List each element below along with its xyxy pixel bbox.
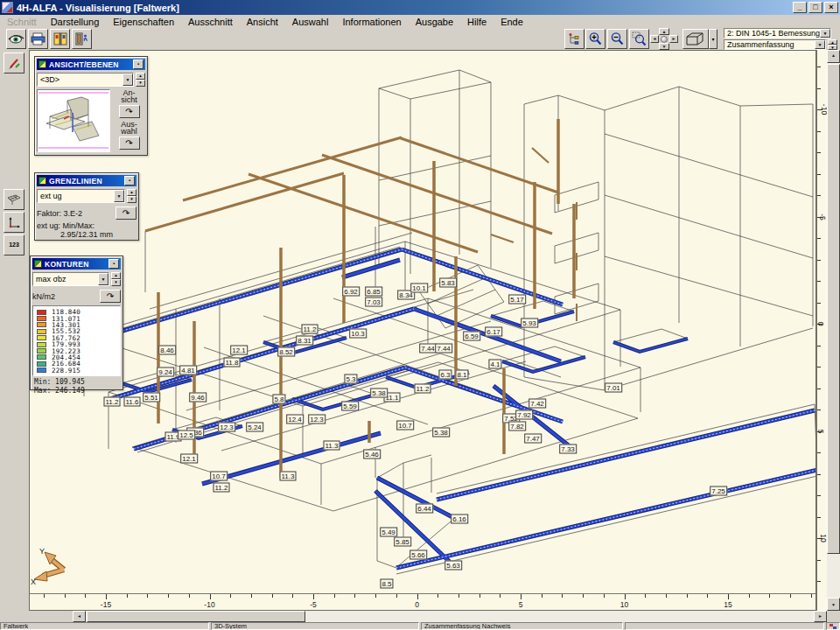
scroll-right-button[interactable]: ► (814, 611, 827, 622)
scroll-left-button[interactable]: ◄ (73, 611, 86, 622)
ruler-tick (313, 594, 314, 599)
combo-arrow-icon[interactable]: ▼ (815, 40, 825, 49)
print-button[interactable] (28, 29, 48, 49)
catalog-button[interactable] (50, 29, 70, 49)
preview-render (38, 90, 109, 151)
spin-down-button[interactable]: ▼ (136, 80, 145, 87)
value-label: 5.24 (246, 423, 263, 432)
grenzlinien-combobox[interactable]: ext ug ▼ (37, 189, 125, 203)
faktor-apply-button[interactable]: ↷ (116, 206, 136, 220)
numbers-display-button[interactable]: 123 (4, 234, 24, 256)
spin-up-button[interactable]: ▲ (136, 73, 145, 80)
result-combobox[interactable]: Zusammenfassung ▼ (724, 39, 826, 50)
value-label: 7.01 (605, 383, 622, 393)
view-combobox[interactable]: <3D> ▼ (37, 73, 134, 87)
spin-down-button[interactable]: ▼ (127, 196, 136, 203)
value-label: 7.33 (559, 444, 577, 454)
h-ruler-label: -15 (101, 600, 111, 609)
value-label: 6.3 (438, 370, 452, 380)
menu-ausschnitt[interactable]: Ausschnitt (181, 17, 240, 27)
menu-darstellung[interactable]: Darstellung (44, 17, 107, 27)
pan-right-button[interactable]: ► (669, 35, 678, 43)
combo-arrow-icon[interactable]: ▼ (122, 74, 133, 86)
minimize-button[interactable]: _ (793, 2, 807, 13)
panel-konturen-titlebar[interactable]: KONTUREN ▪ (32, 258, 121, 270)
auswahl-apply-button[interactable]: ↷ (119, 136, 140, 150)
unit-label: kN/m2 (32, 292, 55, 301)
zoom-out-button[interactable] (607, 29, 627, 49)
combo-arrow-icon[interactable]: ▼ (820, 29, 830, 38)
menu-auswahl[interactable]: Auswahl (285, 17, 336, 27)
value-label: 5.85 (394, 537, 411, 547)
ruler-tick (44, 594, 45, 598)
menubar: SchnittDarstellungEigenschaftenAusschnit… (0, 15, 840, 28)
pan-center-ball[interactable] (661, 36, 668, 43)
panel-menu-button[interactable]: ▪ (108, 259, 119, 269)
combo-arrow-icon[interactable]: ▼ (98, 273, 108, 285)
exit-button[interactable] (72, 29, 92, 49)
tree-structure-button[interactable] (564, 29, 584, 49)
view-eye-button[interactable] (6, 29, 26, 49)
vertical-scrollbar[interactable]: ▲ ▼ (827, 50, 840, 611)
design-code-combobox[interactable]: 2: DIN 1045-1 Bemessung ▼ (724, 28, 831, 38)
ruler-tick (817, 174, 821, 175)
spin-down-button[interactable]: ▼ (111, 279, 121, 286)
menu-eigenschaften[interactable]: Eigenschaften (106, 17, 181, 27)
menu-informationen[interactable]: Informationen (335, 17, 408, 27)
menu-ausgabe[interactable]: Ausgabe (409, 17, 460, 27)
scroll-up-button[interactable]: ▲ (827, 50, 840, 63)
ansicht-apply-button[interactable]: ↷ (119, 105, 140, 118)
scroll-down-button[interactable]: ▼ (827, 598, 840, 611)
zoom-in-icon (588, 32, 603, 46)
value-label: 12.3 (308, 415, 326, 424)
horizontal-scrollbar[interactable]: ◄ ► (73, 611, 827, 622)
maximize-button[interactable]: □ (808, 2, 822, 13)
menu-ansicht[interactable]: Ansicht (240, 17, 285, 27)
pan-up-button[interactable]: ▲ (659, 28, 669, 35)
viewport[interactable]: Y X 6.926.857.038.3410.15.835.175.9310.3… (29, 50, 816, 611)
ruler-tick (769, 594, 770, 598)
pan-left-button[interactable]: ◄ (650, 35, 659, 43)
value-label: 5.51 (143, 393, 160, 402)
zoom-in-button[interactable] (585, 29, 606, 49)
model-preview-thumbnail[interactable] (37, 89, 110, 152)
axis-triad-icon: Y X (31, 547, 64, 586)
auswahl-label-line2: wahl (121, 128, 137, 135)
3d-view-dropdown[interactable]: ▾ (709, 29, 718, 49)
ruler-tick (707, 594, 708, 598)
panel-grenzlinien-titlebar[interactable]: GRENZLINIEN ▪ (37, 175, 136, 186)
value-label: 12.5 (178, 430, 195, 440)
pan-down-button[interactable]: ▼ (659, 43, 669, 50)
unit-apply-button[interactable]: ↷ (100, 290, 121, 303)
minmax-label-line2: 2.95/12.31 mm (37, 230, 136, 239)
close-button[interactable]: × (824, 2, 838, 13)
edit-pencil-button[interactable] (4, 52, 24, 74)
vertical-scroll-thumb[interactable] (827, 64, 840, 554)
value-label: 11.3 (280, 472, 297, 481)
menu-ende[interactable]: Ende (494, 17, 530, 27)
ruler-tick (542, 594, 542, 598)
panel-menu-button[interactable]: ▪ (124, 176, 135, 186)
combo-arrow-icon[interactable]: ▼ (114, 190, 124, 202)
value-label: 7.47 (524, 434, 542, 444)
horizontal-scroll-thumb[interactable] (87, 611, 305, 622)
mesh-grid-button[interactable] (4, 189, 24, 210)
panel-ansicht-titlebar[interactable]: ANSICHT/EBENEN ▪ (37, 59, 145, 70)
value-label: 5.66 (410, 550, 427, 560)
menu-hilfe[interactable]: Hilfe (460, 17, 494, 27)
ruler-tick (458, 594, 459, 598)
toolbar: ▲ ◄ ► ▼ ▾ 2: DIN 1045-1 Bemessung ▼ Zusa… (0, 28, 840, 50)
spin-up-button[interactable]: ▲ (111, 272, 121, 279)
value-label: 6.44 (416, 504, 433, 514)
zoom-window-icon (632, 32, 647, 46)
konturen-combobox[interactable]: max σbz ▼ (32, 272, 109, 286)
coordinate-axes-button[interactable] (4, 212, 24, 233)
h-ruler-label: -5 (310, 600, 317, 609)
spin-up-button[interactable]: ▲ (127, 189, 136, 196)
value-label: 5.59 (341, 402, 359, 411)
3d-box-icon (685, 32, 706, 46)
zoom-window-button[interactable] (629, 29, 649, 49)
scale-max-label: Max: 246.149 (34, 387, 121, 396)
3d-view-button[interactable] (682, 29, 709, 49)
panel-menu-button[interactable]: ▪ (133, 60, 144, 69)
